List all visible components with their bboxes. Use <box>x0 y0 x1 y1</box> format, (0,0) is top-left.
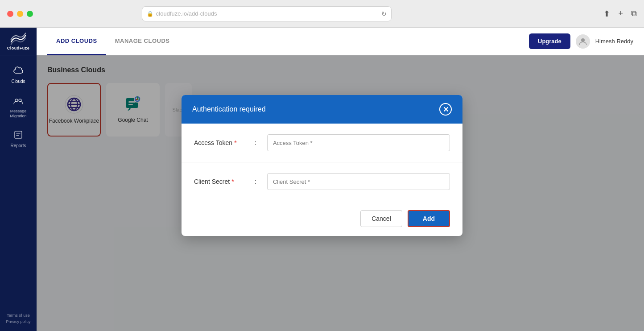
access-token-field-row: Access Token * : <box>182 124 462 162</box>
client-secret-colon: : <box>255 178 256 185</box>
dialog-footer: Cancel Add <box>182 201 462 236</box>
dialog-header: Authentication required ✕ <box>182 95 462 124</box>
access-token-input[interactable] <box>267 134 450 151</box>
sidebar-logo-text: CloudFuze <box>7 46 30 50</box>
tab-manage-clouds[interactable]: MANAGE CLOUDS <box>106 28 179 55</box>
windows-button[interactable]: ⧉ <box>631 9 637 19</box>
access-token-required-star: * <box>234 139 236 146</box>
traffic-lights <box>7 11 33 17</box>
topbar-right: Upgrade Himesh Reddy <box>529 33 633 49</box>
svg-point-3 <box>581 38 585 42</box>
user-name: Himesh Reddy <box>595 38 633 45</box>
upgrade-button[interactable]: Upgrade <box>529 33 570 49</box>
client-secret-label: Client Secret * <box>194 178 248 185</box>
terms-of-use-link[interactable]: Terms of use <box>7 313 30 318</box>
privacy-policy-link[interactable]: Privacy policy <box>6 319 30 324</box>
lock-icon: 🔒 <box>147 11 153 17</box>
sidebar-item-label-message-migration: Message Migration <box>10 109 26 119</box>
minimize-traffic-light[interactable] <box>17 11 23 17</box>
dialog-body: Access Token * : Client Secret * : <box>182 124 462 201</box>
share-button[interactable]: ⬆ <box>603 9 610 19</box>
message-migration-icon <box>13 96 24 107</box>
sidebar-item-message-migration[interactable]: Message Migration <box>0 91 37 123</box>
dialog-close-button[interactable]: ✕ <box>439 103 452 116</box>
avatar <box>576 34 590 49</box>
cancel-button[interactable]: Cancel <box>360 210 402 227</box>
sidebar-item-reports[interactable]: Reports <box>0 123 37 155</box>
sidebar-item-label-reports: Reports <box>10 143 26 149</box>
sidebar-logo: CloudFuze <box>0 28 37 55</box>
close-traffic-light[interactable] <box>7 11 13 17</box>
app-layout: CloudFuze Clouds Message Migration <box>0 28 644 331</box>
access-token-label: Access Token * <box>194 139 248 146</box>
tab-add-clouds[interactable]: ADD CLOUDS <box>47 28 106 55</box>
topbar-tabs: ADD CLOUDS MANAGE CLOUDS <box>47 28 529 55</box>
svg-rect-2 <box>15 131 22 138</box>
reload-icon[interactable]: ↻ <box>381 10 387 17</box>
topbar: ADD CLOUDS MANAGE CLOUDS Upgrade Himesh … <box>37 28 644 55</box>
reports-icon <box>13 130 24 141</box>
client-secret-required-star: * <box>231 178 234 185</box>
new-tab-button[interactable]: + <box>618 9 623 19</box>
browser-chrome: 🔒 cloudfuze.io/add-clouds ↻ ⬆ + ⧉ <box>0 0 644 28</box>
address-bar[interactable]: 🔒 cloudfuze.io/add-clouds ↻ <box>142 6 392 21</box>
auth-dialog: Authentication required ✕ Access Token *… <box>182 95 462 236</box>
content-area: Business Clouds Facebook Workplace <box>37 55 644 331</box>
client-secret-input[interactable] <box>267 173 450 190</box>
sidebar-footer: Terms of use Privacy policy <box>3 313 33 324</box>
access-token-colon: : <box>255 139 256 146</box>
dialog-title: Authentication required <box>192 105 266 113</box>
clouds-icon <box>13 66 24 77</box>
sidebar: CloudFuze Clouds Message Migration <box>0 28 37 331</box>
address-text: cloudfuze.io/add-clouds <box>156 10 379 17</box>
cloudfuze-logo-icon <box>10 33 26 45</box>
add-button[interactable]: Add <box>408 210 450 227</box>
client-secret-field-row: Client Secret * : <box>182 162 462 201</box>
sidebar-item-clouds[interactable]: Clouds <box>0 59 37 91</box>
main-content: ADD CLOUDS MANAGE CLOUDS Upgrade Himesh … <box>37 28 644 331</box>
maximize-traffic-light[interactable] <box>27 11 33 17</box>
sidebar-item-label-clouds: Clouds <box>11 79 25 84</box>
browser-actions: ⬆ + ⧉ <box>603 9 637 19</box>
